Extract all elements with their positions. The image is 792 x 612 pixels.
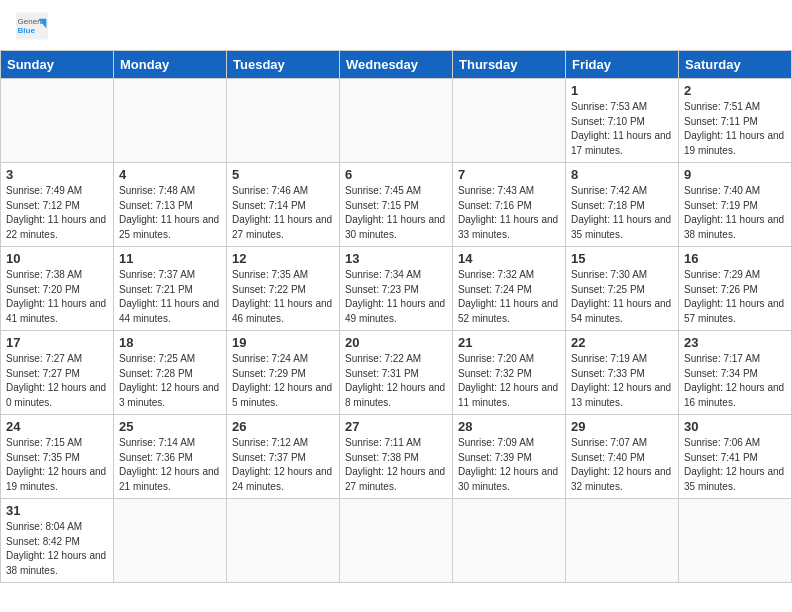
day-number: 17 (6, 335, 108, 350)
calendar-cell: 8Sunrise: 7:42 AM Sunset: 7:18 PM Daylig… (566, 163, 679, 247)
day-info: Sunrise: 7:24 AM Sunset: 7:29 PM Dayligh… (232, 352, 334, 410)
day-number: 22 (571, 335, 673, 350)
day-info: Sunrise: 8:04 AM Sunset: 8:42 PM Dayligh… (6, 520, 108, 578)
day-number: 11 (119, 251, 221, 266)
day-number: 20 (345, 335, 447, 350)
day-number: 8 (571, 167, 673, 182)
day-info: Sunrise: 7:12 AM Sunset: 7:37 PM Dayligh… (232, 436, 334, 494)
day-info: Sunrise: 7:48 AM Sunset: 7:13 PM Dayligh… (119, 184, 221, 242)
day-info: Sunrise: 7:29 AM Sunset: 7:26 PM Dayligh… (684, 268, 786, 326)
day-info: Sunrise: 7:09 AM Sunset: 7:39 PM Dayligh… (458, 436, 560, 494)
calendar-cell: 21Sunrise: 7:20 AM Sunset: 7:32 PM Dayli… (453, 331, 566, 415)
calendar-cell (1, 79, 114, 163)
day-info: Sunrise: 7:46 AM Sunset: 7:14 PM Dayligh… (232, 184, 334, 242)
calendar-cell (114, 499, 227, 583)
calendar-cell: 25Sunrise: 7:14 AM Sunset: 7:36 PM Dayli… (114, 415, 227, 499)
page-header: General Blue (0, 0, 792, 46)
day-number: 7 (458, 167, 560, 182)
calendar-cell: 11Sunrise: 7:37 AM Sunset: 7:21 PM Dayli… (114, 247, 227, 331)
day-info: Sunrise: 7:17 AM Sunset: 7:34 PM Dayligh… (684, 352, 786, 410)
calendar-cell: 10Sunrise: 7:38 AM Sunset: 7:20 PM Dayli… (1, 247, 114, 331)
day-info: Sunrise: 7:43 AM Sunset: 7:16 PM Dayligh… (458, 184, 560, 242)
day-number: 10 (6, 251, 108, 266)
calendar-table: SundayMondayTuesdayWednesdayThursdayFrid… (0, 50, 792, 583)
calendar-cell (340, 499, 453, 583)
day-number: 5 (232, 167, 334, 182)
weekday-header-wednesday: Wednesday (340, 51, 453, 79)
calendar-cell: 12Sunrise: 7:35 AM Sunset: 7:22 PM Dayli… (227, 247, 340, 331)
calendar-cell: 7Sunrise: 7:43 AM Sunset: 7:16 PM Daylig… (453, 163, 566, 247)
weekday-header-sunday: Sunday (1, 51, 114, 79)
day-number: 29 (571, 419, 673, 434)
day-info: Sunrise: 7:14 AM Sunset: 7:36 PM Dayligh… (119, 436, 221, 494)
day-info: Sunrise: 7:34 AM Sunset: 7:23 PM Dayligh… (345, 268, 447, 326)
day-info: Sunrise: 7:37 AM Sunset: 7:21 PM Dayligh… (119, 268, 221, 326)
day-info: Sunrise: 7:38 AM Sunset: 7:20 PM Dayligh… (6, 268, 108, 326)
calendar-cell: 18Sunrise: 7:25 AM Sunset: 7:28 PM Dayli… (114, 331, 227, 415)
day-info: Sunrise: 7:25 AM Sunset: 7:28 PM Dayligh… (119, 352, 221, 410)
day-number: 21 (458, 335, 560, 350)
day-number: 26 (232, 419, 334, 434)
day-info: Sunrise: 7:22 AM Sunset: 7:31 PM Dayligh… (345, 352, 447, 410)
day-info: Sunrise: 7:35 AM Sunset: 7:22 PM Dayligh… (232, 268, 334, 326)
calendar-cell: 2Sunrise: 7:51 AM Sunset: 7:11 PM Daylig… (679, 79, 792, 163)
calendar-cell (679, 499, 792, 583)
calendar-cell: 9Sunrise: 7:40 AM Sunset: 7:19 PM Daylig… (679, 163, 792, 247)
day-info: Sunrise: 7:53 AM Sunset: 7:10 PM Dayligh… (571, 100, 673, 158)
day-number: 13 (345, 251, 447, 266)
calendar-cell: 26Sunrise: 7:12 AM Sunset: 7:37 PM Dayli… (227, 415, 340, 499)
day-number: 24 (6, 419, 108, 434)
calendar-cell: 27Sunrise: 7:11 AM Sunset: 7:38 PM Dayli… (340, 415, 453, 499)
day-number: 4 (119, 167, 221, 182)
calendar-cell: 15Sunrise: 7:30 AM Sunset: 7:25 PM Dayli… (566, 247, 679, 331)
logo: General Blue (16, 12, 52, 40)
day-number: 1 (571, 83, 673, 98)
calendar-cell (453, 79, 566, 163)
week-row-6: 31Sunrise: 8:04 AM Sunset: 8:42 PM Dayli… (1, 499, 792, 583)
calendar-cell: 28Sunrise: 7:09 AM Sunset: 7:39 PM Dayli… (453, 415, 566, 499)
calendar-cell: 23Sunrise: 7:17 AM Sunset: 7:34 PM Dayli… (679, 331, 792, 415)
weekday-header-saturday: Saturday (679, 51, 792, 79)
day-number: 25 (119, 419, 221, 434)
day-number: 2 (684, 83, 786, 98)
calendar-cell: 17Sunrise: 7:27 AM Sunset: 7:27 PM Dayli… (1, 331, 114, 415)
weekday-header-friday: Friday (566, 51, 679, 79)
day-number: 9 (684, 167, 786, 182)
calendar-cell (340, 79, 453, 163)
svg-text:Blue: Blue (18, 26, 36, 35)
day-number: 28 (458, 419, 560, 434)
calendar-cell (114, 79, 227, 163)
week-row-5: 24Sunrise: 7:15 AM Sunset: 7:35 PM Dayli… (1, 415, 792, 499)
day-number: 15 (571, 251, 673, 266)
day-number: 30 (684, 419, 786, 434)
day-info: Sunrise: 7:07 AM Sunset: 7:40 PM Dayligh… (571, 436, 673, 494)
day-number: 12 (232, 251, 334, 266)
week-row-4: 17Sunrise: 7:27 AM Sunset: 7:27 PM Dayli… (1, 331, 792, 415)
day-number: 6 (345, 167, 447, 182)
day-number: 18 (119, 335, 221, 350)
calendar-cell: 22Sunrise: 7:19 AM Sunset: 7:33 PM Dayli… (566, 331, 679, 415)
day-info: Sunrise: 7:32 AM Sunset: 7:24 PM Dayligh… (458, 268, 560, 326)
day-info: Sunrise: 7:20 AM Sunset: 7:32 PM Dayligh… (458, 352, 560, 410)
day-number: 27 (345, 419, 447, 434)
day-number: 19 (232, 335, 334, 350)
calendar-cell: 6Sunrise: 7:45 AM Sunset: 7:15 PM Daylig… (340, 163, 453, 247)
calendar-cell (227, 499, 340, 583)
calendar-cell: 29Sunrise: 7:07 AM Sunset: 7:40 PM Dayli… (566, 415, 679, 499)
week-row-2: 3Sunrise: 7:49 AM Sunset: 7:12 PM Daylig… (1, 163, 792, 247)
day-info: Sunrise: 7:11 AM Sunset: 7:38 PM Dayligh… (345, 436, 447, 494)
day-info: Sunrise: 7:30 AM Sunset: 7:25 PM Dayligh… (571, 268, 673, 326)
day-info: Sunrise: 7:51 AM Sunset: 7:11 PM Dayligh… (684, 100, 786, 158)
calendar-cell: 24Sunrise: 7:15 AM Sunset: 7:35 PM Dayli… (1, 415, 114, 499)
calendar-cell: 14Sunrise: 7:32 AM Sunset: 7:24 PM Dayli… (453, 247, 566, 331)
weekday-header-thursday: Thursday (453, 51, 566, 79)
week-row-1: 1Sunrise: 7:53 AM Sunset: 7:10 PM Daylig… (1, 79, 792, 163)
day-number: 23 (684, 335, 786, 350)
calendar-cell (227, 79, 340, 163)
weekday-header-row: SundayMondayTuesdayWednesdayThursdayFrid… (1, 51, 792, 79)
calendar-cell: 19Sunrise: 7:24 AM Sunset: 7:29 PM Dayli… (227, 331, 340, 415)
logo-icon: General Blue (16, 12, 48, 40)
weekday-header-tuesday: Tuesday (227, 51, 340, 79)
calendar-cell: 1Sunrise: 7:53 AM Sunset: 7:10 PM Daylig… (566, 79, 679, 163)
calendar-cell: 16Sunrise: 7:29 AM Sunset: 7:26 PM Dayli… (679, 247, 792, 331)
